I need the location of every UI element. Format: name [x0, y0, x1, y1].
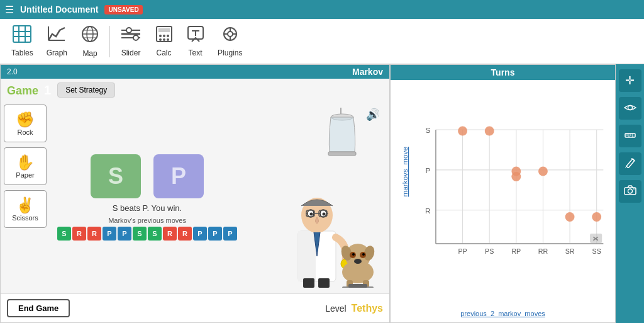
x-label-sr: SR [565, 247, 575, 255]
camera-tool[interactable] [619, 180, 641, 203]
history-badge: P [118, 227, 131, 241]
tool-slider[interactable]: Slider [115, 22, 147, 60]
tool-plugins[interactable]: Plugins [213, 22, 247, 60]
tool-calc[interactable]: Calc [150, 22, 178, 60]
ruler-tool[interactable] [619, 125, 641, 147]
battle-area: S P S beats P. You win. Markov's previou… [53, 105, 242, 290]
history-badge: P [193, 227, 207, 241]
svg-rect-79 [625, 133, 635, 137]
y-axis-label[interactable]: markovs_move [401, 147, 409, 196]
pencil-tool[interactable] [619, 152, 641, 175]
chart-svg-container: markovs_move [396, 85, 610, 309]
svg-point-58 [362, 253, 365, 256]
bell-jar [323, 108, 361, 161]
character-area: 🔊 [242, 105, 386, 290]
level-label: Level Tethys [325, 303, 383, 314]
markov-moves-label: Markov's previous moves [108, 217, 186, 224]
pencil-tool-icon [625, 157, 636, 171]
move-history: SRRPPSSRRPPP [57, 227, 237, 241]
history-badge: R [72, 227, 86, 241]
svg-rect-49 [303, 278, 314, 288]
calc-icon [155, 25, 173, 47]
svg-point-78 [628, 105, 632, 110]
camera-tool-icon [624, 185, 636, 198]
document-title: Untitled Document [20, 4, 98, 14]
rock-button[interactable]: ✊ Rock [4, 105, 47, 142]
x-label-ss: SS [592, 247, 601, 255]
svg-rect-0 [13, 26, 31, 42]
svg-point-17 [126, 28, 131, 33]
game-panel: 2.0 Markov Game 1 Set Strategy ✊ Rock [0, 64, 390, 323]
map-label: Map [82, 49, 97, 58]
eye-tool[interactable] [619, 97, 641, 120]
battle-result: S beats P. You win. [113, 203, 182, 213]
data-point[interactable] [485, 127, 494, 136]
level-display: Level Tethys [325, 303, 383, 314]
data-point[interactable] [538, 167, 548, 176]
main-content: 2.0 Markov Game 1 Set Strategy ✊ Rock [0, 64, 644, 323]
data-point[interactable] [511, 172, 521, 181]
scissors-button[interactable]: ✌ Scissors [4, 190, 47, 228]
game-body: Game 1 Set Strategy ✊ Rock ✋ Paper [1, 79, 389, 293]
ruler-tool-icon [625, 129, 636, 144]
svg-point-88 [633, 188, 635, 190]
svg-point-21 [159, 35, 162, 37]
svg-line-84 [625, 166, 626, 167]
set-strategy-button[interactable]: Set Strategy [57, 82, 115, 98]
toolbar-divider [109, 26, 110, 57]
history-badge: S [133, 227, 147, 241]
history-badge: P [223, 227, 237, 241]
tool-text[interactable]: Text [181, 22, 209, 60]
data-point[interactable] [592, 212, 601, 222]
svg-point-26 [167, 38, 169, 41]
game-title: Game 1 [7, 83, 51, 98]
paper-button[interactable]: ✋ Paper [4, 147, 47, 185]
menu-button[interactable]: ☰ [5, 4, 14, 16]
speaker-icon[interactable]: 🔊 [366, 108, 380, 122]
tool-map[interactable]: Map [75, 21, 104, 61]
unsaved-badge: UNSAVED [104, 5, 142, 14]
dog-character [333, 231, 383, 290]
svg-point-31 [228, 31, 233, 37]
svg-point-57 [352, 253, 355, 256]
scissors-icon: ✌ [16, 196, 35, 214]
slider-label: Slider [121, 48, 141, 57]
move-buttons: ✊ Rock ✋ Paper ✌ Scissors [4, 105, 47, 290]
svg-point-23 [167, 35, 169, 37]
svg-point-22 [163, 35, 165, 37]
move-tool[interactable]: ✛ [619, 69, 641, 92]
tables-label: Tables [11, 48, 33, 57]
y-label-p: P [426, 166, 431, 174]
tool-graph[interactable]: Graph [42, 22, 72, 60]
svg-point-44 [310, 213, 313, 216]
game-number: 1 [44, 83, 51, 97]
svg-rect-40 [298, 231, 316, 281]
svg-rect-50 [318, 278, 330, 288]
data-point[interactable] [458, 127, 467, 136]
eye-tool-icon [624, 102, 636, 115]
game-name-label: Markov [352, 67, 383, 77]
history-badge: R [178, 227, 192, 241]
paper-icon: ✋ [16, 154, 35, 171]
x-axis-label[interactable]: previous_2_markov_moves [396, 310, 610, 317]
slider-icon [120, 25, 142, 47]
text-icon [187, 25, 204, 47]
plugins-label: Plugins [218, 48, 242, 57]
svg-point-24 [159, 38, 162, 41]
data-point[interactable] [565, 212, 575, 222]
graph-icon [47, 25, 66, 47]
paper-label: Paper [16, 171, 34, 179]
game-header: 2.0 Markov [1, 65, 389, 79]
game-label: Game [7, 84, 38, 97]
move-display: S P [91, 154, 204, 198]
y-label-r: R [425, 207, 430, 215]
end-game-button[interactable]: End Game [7, 299, 70, 317]
game-arena: ✊ Rock ✋ Paper ✌ Scissors [1, 101, 389, 293]
history-badge: P [103, 227, 116, 241]
map-icon [80, 25, 99, 48]
tool-tables[interactable]: Tables [6, 22, 38, 60]
title-bar: ☰ Untitled Document UNSAVED [0, 0, 644, 19]
game-bottom-bar: End Game Level Tethys [1, 293, 389, 322]
history-badge: R [163, 227, 177, 241]
svg-point-59 [354, 259, 362, 264]
